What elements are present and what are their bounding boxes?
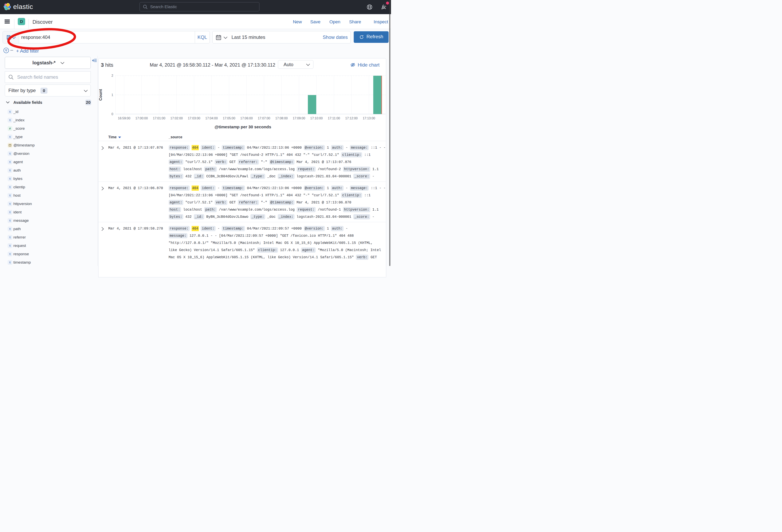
svg-text:17:02:00: 17:02:00 xyxy=(170,117,183,120)
svg-text:17:04:00: 17:04:00 xyxy=(205,117,218,120)
svg-text:17:13:00: 17:13:00 xyxy=(363,117,375,120)
svg-text:17:00:00: 17:00:00 xyxy=(135,117,148,120)
svg-text:17:01:00: 17:01:00 xyxy=(153,117,165,120)
svg-text:17:09:00: 17:09:00 xyxy=(293,117,305,120)
svg-text:Count: Count xyxy=(99,89,103,101)
svg-text:17:12:00: 17:12:00 xyxy=(345,117,357,120)
svg-text:17:06:00: 17:06:00 xyxy=(240,117,253,120)
svg-text:17:08:00: 17:08:00 xyxy=(275,117,288,120)
svg-text:17:07:00: 17:07:00 xyxy=(258,117,270,120)
svg-text:17:11:00: 17:11:00 xyxy=(328,117,340,120)
svg-text:2: 2 xyxy=(111,74,113,77)
svg-text:17:05:00: 17:05:00 xyxy=(223,117,235,120)
svg-text:17:10:00: 17:10:00 xyxy=(310,117,323,120)
svg-text:16:59:00: 16:59:00 xyxy=(118,117,130,120)
svg-text:1: 1 xyxy=(111,93,113,97)
svg-text:17:03:00: 17:03:00 xyxy=(188,117,200,120)
svg-text:@timestamp per 30 seconds: @timestamp per 30 seconds xyxy=(215,124,271,129)
svg-text:0: 0 xyxy=(111,112,113,116)
